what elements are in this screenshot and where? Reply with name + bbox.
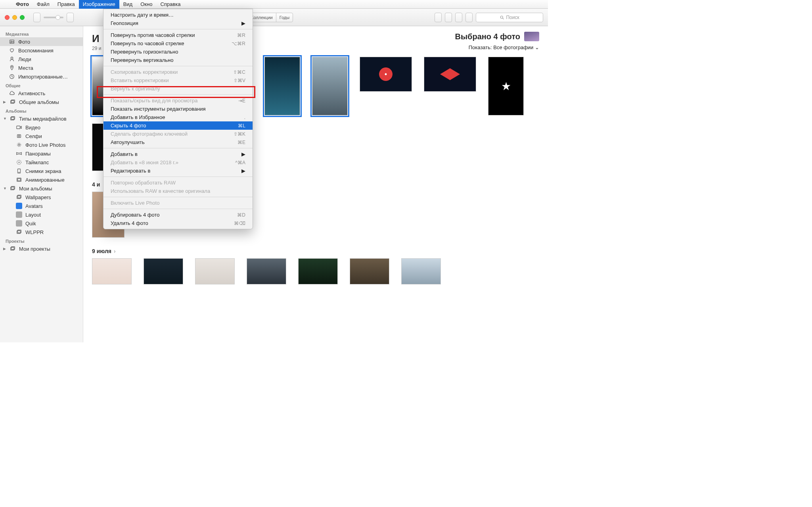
disclosure-triangle-icon[interactable]: ▶: [3, 100, 6, 104]
photo-thumbnail[interactable]: [195, 258, 235, 284]
sidebar-item-livephotos[interactable]: Фото Live Photos: [0, 140, 83, 149]
sidebar-item-video[interactable]: Видео: [0, 123, 83, 132]
menu-item[interactable]: Геопозиция▶: [103, 19, 253, 27]
screenshot-icon: [16, 168, 22, 174]
sidebar-item-wlppr[interactable]: WLPPR: [0, 228, 83, 236]
window-toolbar: Моменты Коллекции Годы Поиск: [0, 9, 548, 26]
svg-point-20: [18, 144, 20, 146]
show-label: Показать:: [469, 44, 492, 50]
svg-rect-17: [17, 126, 20, 129]
fullscreen-button[interactable]: [20, 15, 25, 20]
menu-item: Сделать фотографию ключевой⇧⌘K: [103, 130, 253, 138]
sidebar-item-mediatypes[interactable]: ▼ Типы медиафайлов: [0, 114, 83, 123]
rotate-button[interactable]: [465, 13, 473, 22]
menu-item-label: Редактировать в: [111, 168, 150, 174]
disclosure-triangle-icon[interactable]: ▶: [3, 247, 6, 251]
sidebar-item-people[interactable]: Люди: [0, 55, 83, 63]
menu-item: Включить Live Photo: [103, 199, 253, 207]
photo-thumbnail[interactable]: [312, 57, 348, 115]
disclosure-triangle-icon[interactable]: ▼: [3, 117, 6, 121]
toggle-sidebar-button[interactable]: [33, 13, 40, 22]
video-icon: [16, 124, 22, 131]
close-button[interactable]: [5, 15, 10, 20]
menu-item[interactable]: Скрыть 4 фото⌘L: [103, 121, 253, 130]
timelapse-icon: [16, 159, 22, 165]
sidebar-label: Avatars: [25, 203, 43, 209]
sidebar-item-screenshots[interactable]: Снимки экрана: [0, 167, 83, 175]
menu-item[interactable]: Перевернуть вертикально: [103, 56, 253, 64]
avatars-icon: [16, 203, 22, 209]
menu-item[interactable]: Редактировать в▶: [103, 167, 253, 175]
thumbnail-size-button[interactable]: [67, 13, 74, 22]
menu-item: Повторно обработать RAW: [103, 179, 253, 187]
sidebar-item-quik[interactable]: Quik: [0, 219, 83, 228]
sidebar-item-panoramas[interactable]: Панорамы: [0, 149, 83, 158]
menu-help[interactable]: Справка: [156, 0, 184, 9]
sidebar-item-selfie[interactable]: Селфи: [0, 132, 83, 140]
sidebar-item-timelapse[interactable]: Таймлапс: [0, 158, 83, 167]
menu-file[interactable]: Файл: [33, 0, 54, 9]
menu-app[interactable]: Фото: [12, 0, 33, 9]
menu-item[interactable]: Добавить в▶: [103, 150, 253, 158]
sidebar-item-animated[interactable]: Анимированные: [0, 175, 83, 184]
photo-thumbnail[interactable]: ★: [488, 57, 524, 115]
menu-item[interactable]: Показать инструменты редактирования: [103, 105, 253, 113]
favorite-button[interactable]: [455, 13, 462, 22]
info-button[interactable]: [435, 13, 442, 22]
sidebar-label: Импортированные…: [18, 74, 68, 80]
chevron-right-icon[interactable]: ›: [114, 248, 116, 254]
share-button[interactable]: [445, 13, 452, 22]
sidebar-item-myprojects[interactable]: ▶ Мои проекты: [0, 244, 83, 253]
cloud-icon: [9, 90, 15, 96]
menu-view[interactable]: Вид: [119, 0, 137, 9]
menu-item[interactable]: Удалить 4 фото⌘⌫: [103, 219, 253, 227]
photo-thumbnail[interactable]: [298, 258, 338, 284]
menu-item[interactable]: Перевернуть горизонтально: [103, 48, 253, 56]
sidebar-item-photos[interactable]: Фото: [0, 37, 83, 46]
menu-window[interactable]: Окно: [136, 0, 156, 9]
photo-thumbnail[interactable]: [424, 57, 476, 92]
zoom-slider[interactable]: [44, 17, 63, 18]
sidebar-item-shared-albums[interactable]: ▶ Общие альбомы: [0, 98, 83, 106]
photo-thumbnail[interactable]: [360, 57, 412, 92]
sidebar-item-places[interactable]: Места: [0, 63, 83, 72]
view-years[interactable]: Годы: [276, 13, 293, 22]
sidebar-item-imports[interactable]: Импортированные…: [0, 72, 83, 81]
menu-item[interactable]: Повернуть против часовой стрелки⌘R: [103, 31, 253, 39]
gif-icon: [16, 177, 22, 183]
menu-edit[interactable]: Правка: [54, 0, 79, 9]
menu-item[interactable]: Дублировать 4 фото⌘D: [103, 211, 253, 219]
photo-thumbnail[interactable]: [401, 258, 441, 284]
menu-item[interactable]: Добавить в Избранное.: [103, 113, 253, 121]
person-icon: [9, 56, 15, 62]
sidebar-item-wallpapers[interactable]: Wallpapers: [0, 193, 83, 202]
minimize-button[interactable]: [12, 15, 17, 20]
menu-item-shortcut: ⌘R: [237, 33, 245, 38]
photo-thumbnail[interactable]: [247, 258, 286, 284]
menu-item[interactable]: Автоулучшить⌘E: [103, 138, 253, 146]
thumb-icon: [16, 220, 22, 227]
menu-item-label: Удалить 4 фото: [111, 220, 148, 226]
menu-image[interactable]: Изображение: [79, 0, 119, 9]
sidebar-label: Видео: [25, 125, 40, 131]
photo-thumbnail[interactable]: [350, 258, 389, 284]
show-filter-dropdown[interactable]: Все фотографии ⌄: [493, 44, 539, 50]
sidebar-item-memories[interactable]: Воспоминания: [0, 46, 83, 55]
menu-item[interactable]: Повернуть по часовой стрелке⌥⌘R: [103, 39, 253, 48]
sidebar-label: Места: [18, 65, 33, 71]
sidebar-item-layout[interactable]: Layout: [0, 210, 83, 219]
photo-thumbnail[interactable]: [92, 258, 132, 284]
photo-thumbnail[interactable]: [264, 57, 300, 115]
disclosure-triangle-icon[interactable]: ▼: [3, 186, 6, 190]
svg-point-10: [11, 57, 13, 59]
photo-thumbnail[interactable]: [144, 258, 183, 284]
sidebar-item-avatars[interactable]: Avatars: [0, 202, 83, 210]
sidebar-item-activity[interactable]: Активность: [0, 89, 83, 98]
search-input[interactable]: Поиск: [476, 13, 543, 22]
svg-point-9: [11, 41, 11, 42]
menu-item-shortcut: ⌘D: [237, 212, 245, 218]
menu-separator: [103, 94, 253, 95]
menu-item-label: Скопировать корректировки: [111, 69, 178, 75]
sidebar-item-myalbums[interactable]: ▼ Мои альбомы: [0, 184, 83, 193]
menu-item[interactable]: Настроить дату и время…: [103, 11, 253, 19]
